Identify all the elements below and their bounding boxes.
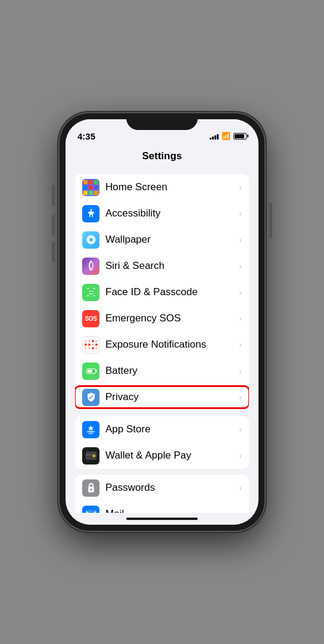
svg-point-10	[92, 456, 94, 457]
battery-status-icon	[233, 133, 247, 140]
appstore-label: App Store	[105, 423, 236, 435]
home-screen-chevron: ›	[239, 182, 242, 192]
status-time: 4:35	[77, 131, 95, 141]
svg-point-12	[90, 489, 92, 491]
siri-chevron: ›	[239, 261, 242, 271]
svg-point-0	[90, 209, 92, 211]
home-bar	[126, 518, 198, 520]
exposure-icon	[82, 336, 99, 354]
wallet-icon	[82, 447, 99, 465]
settings-item-accessibility[interactable]: Accessibility ›	[75, 200, 249, 227]
wallpaper-icon	[82, 231, 99, 249]
passwords-label: Passwords	[105, 482, 236, 494]
svg-rect-1	[87, 288, 89, 289]
wallet-chevron: ›	[239, 451, 242, 460]
wallet-label: Wallet & Apple Pay	[105, 450, 236, 462]
battery-chevron: ›	[239, 366, 242, 376]
page-title: Settings	[66, 145, 258, 168]
exposure-chevron: ›	[239, 340, 242, 349]
settings-item-battery[interactable]: Battery ›	[75, 358, 249, 384]
sos-icon: SOS	[82, 310, 99, 327]
status-icons: 📶	[210, 132, 247, 140]
notch	[126, 113, 198, 130]
svg-rect-4	[93, 295, 95, 296]
faceid-chevron: ›	[239, 287, 242, 297]
home-screen-label: Home Screen	[105, 181, 236, 193]
svg-rect-3	[87, 295, 89, 296]
privacy-icon	[82, 389, 99, 406]
settings-item-passwords[interactable]: Passwords ›	[75, 475, 249, 501]
passwords-chevron: ›	[239, 483, 242, 493]
svg-point-6	[92, 290, 93, 292]
settings-item-mail[interactable]: Mail ›	[75, 501, 249, 513]
wallpaper-label: Wallpaper	[105, 234, 236, 246]
settings-section-1: Home Screen › Accessibility ›	[75, 174, 249, 410]
battery-label: Battery	[105, 365, 236, 377]
settings-item-siri-search[interactable]: Siri & Search ›	[75, 253, 249, 279]
privacy-label: Privacy	[105, 391, 236, 403]
appstore-icon	[82, 421, 99, 438]
faceid-icon	[82, 284, 99, 301]
accessibility-chevron: ›	[239, 209, 242, 218]
settings-item-wallpaper[interactable]: Wallpaper ›	[75, 227, 249, 253]
mail-label: Mail	[105, 508, 236, 513]
settings-item-home-screen[interactable]: Home Screen ›	[75, 174, 249, 200]
settings-section-2: App Store › Wallet	[75, 416, 249, 469]
settings-item-appstore[interactable]: App Store ›	[75, 416, 249, 442]
home-indicator	[66, 513, 258, 525]
sos-label: Emergency SOS	[105, 312, 236, 324]
settings-item-faceid[interactable]: Face ID & Passcode ›	[75, 279, 249, 305]
wallpaper-chevron: ›	[239, 235, 242, 244]
siri-label: Siri & Search	[105, 260, 236, 272]
exposure-label: Exposure Notifications	[105, 339, 236, 351]
settings-section-3: Passwords › Mail ›	[75, 475, 249, 513]
mail-chevron: ›	[239, 509, 242, 513]
signal-icon	[210, 133, 219, 140]
wifi-icon: 📶	[222, 132, 230, 140]
mail-icon	[82, 506, 99, 513]
phone-screen: 4:35 📶 Settings	[66, 119, 258, 525]
phone-frame: 4:35 📶 Settings	[60, 113, 264, 531]
privacy-chevron: ›	[239, 392, 242, 402]
accessibility-label: Accessibility	[105, 208, 236, 219]
siri-icon	[82, 258, 99, 275]
faceid-label: Face ID & Passcode	[105, 286, 236, 298]
svg-point-5	[89, 290, 90, 292]
settings-item-exposure[interactable]: Exposure Notifications ›	[75, 332, 249, 358]
settings-item-wallet[interactable]: Wallet & Apple Pay ›	[75, 442, 249, 469]
sos-chevron: ›	[239, 314, 242, 323]
settings-item-sos[interactable]: SOS Emergency SOS ›	[75, 305, 249, 332]
battery-icon	[82, 363, 99, 380]
home-screen-icon	[82, 179, 99, 196]
settings-list[interactable]: Home Screen › Accessibility ›	[66, 168, 258, 513]
svg-rect-2	[93, 288, 95, 289]
settings-item-privacy[interactable]: Privacy ›	[75, 384, 249, 410]
appstore-chevron: ›	[239, 425, 242, 434]
accessibility-icon	[82, 205, 99, 222]
passwords-icon	[82, 479, 99, 497]
